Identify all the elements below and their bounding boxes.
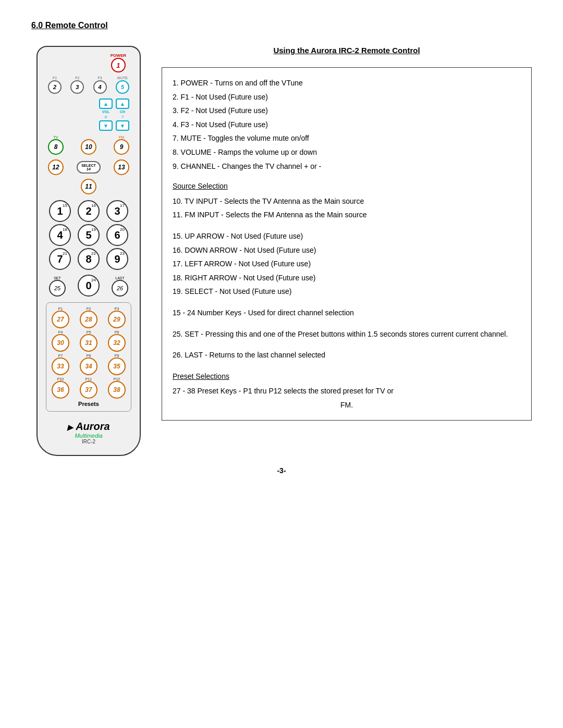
num2-button[interactable]: 216 — [78, 200, 100, 222]
instr-3: 3. F2 - Not Used (Future use) — [173, 104, 521, 118]
select-button[interactable]: SELECT 14 — [77, 161, 101, 174]
vol-up-button[interactable]: ▲ — [99, 98, 113, 109]
ch-down-button[interactable]: ▼ — [116, 120, 129, 131]
f3-button[interactable]: 4 — [93, 80, 107, 94]
mute-button[interactable]: 5 — [116, 80, 129, 94]
f3-label: F3 — [98, 76, 102, 80]
aurora-logo: ▶ Aurora Multimedia IRC-2 — [67, 421, 109, 445]
instr-4: 4. F3 - Not Used (Future use) — [173, 118, 521, 132]
p6-button[interactable]: 32 — [108, 334, 126, 352]
preset-text-2: FM. — [173, 398, 521, 412]
num9-button[interactable]: 923 — [106, 248, 128, 270]
num6-button[interactable]: 620 — [106, 224, 128, 246]
ch-label: CH — [120, 110, 125, 114]
logo-aurora: Aurora — [76, 421, 110, 432]
p3-button[interactable]: 29 — [108, 311, 126, 328]
tv-button[interactable]: 8 — [48, 139, 64, 155]
power-button[interactable]: 1 — [111, 58, 126, 72]
fm-button[interactable]: 9 — [114, 139, 129, 155]
num1-button[interactable]: 115 — [49, 200, 71, 222]
instr-11: 11. FM INPUT - Selects the FM Antenna as… — [173, 208, 521, 222]
p10-button[interactable]: 36 — [52, 381, 69, 399]
num7-button[interactable]: 721 — [49, 248, 71, 270]
instr-17: 17. LEFT ARROW - Not Used (Future use) — [173, 257, 521, 271]
instr-10: 10. TV INPUT - Selects the TV Antenna as… — [173, 194, 521, 208]
instr-9: 9. CHANNEL - Changes the TV channel + or… — [173, 159, 521, 174]
logo-multimedia: Multimedia — [67, 433, 109, 439]
n11-button[interactable]: 11 — [81, 179, 96, 194]
info-box: 1. POWER - Turns on and off the VTune 2.… — [162, 67, 532, 421]
f1-label: F1 — [53, 76, 57, 80]
set-button[interactable]: 25 — [49, 280, 66, 297]
remote-container: POWER 1 F1 2 F2 3 F3 4 — [31, 46, 146, 456]
instr-2: 2. F1 - Not Used (Future use) — [173, 90, 521, 104]
numkeys-text: 15 - 24 Number Keys - Used for direct ch… — [173, 306, 521, 320]
p4-button[interactable]: 30 — [52, 334, 69, 352]
f1-button[interactable]: 2 — [48, 80, 62, 94]
vol-label: VOL — [102, 110, 109, 114]
p8-button[interactable]: 34 — [80, 357, 97, 375]
n13-button[interactable]: 13 — [114, 159, 129, 175]
model-name: IRC-2 — [67, 439, 109, 445]
remote-title: Using the Aurora IRC-2 Remote Control — [162, 46, 532, 55]
f2-label: F2 — [75, 76, 79, 80]
ch-up-button[interactable]: ▲ — [116, 98, 129, 109]
n12-button[interactable]: 12 — [48, 159, 64, 175]
n10-spacer — [88, 135, 89, 139]
instr-16: 16. DOWN ARROW - Not Used (Future use) — [173, 243, 521, 257]
num5-button[interactable]: 519 — [78, 224, 100, 246]
source-selection-title: Source Selection — [173, 179, 521, 193]
instr-18: 18. RIGHT ARROW - Not Used (Future use) — [173, 271, 521, 285]
remote-control: POWER 1 F1 2 F2 3 F3 4 — [36, 46, 141, 456]
vol-down-button[interactable]: ▼ — [99, 120, 113, 131]
p11-button[interactable]: 37 — [80, 381, 97, 399]
zero-button[interactable]: 024 — [78, 275, 100, 297]
num4-button[interactable]: 418 — [49, 224, 71, 246]
right-content: Using the Aurora IRC-2 Remote Control 1.… — [162, 46, 532, 421]
p5-button[interactable]: 31 — [80, 334, 97, 352]
p12-button[interactable]: 38 — [108, 381, 126, 399]
page-number: -3- — [31, 466, 532, 475]
instr-8: 8. VOLUME - Ramps the volume up or down — [173, 145, 521, 159]
instr-1: 1. POWER - Turns on and off the VTune — [173, 76, 521, 90]
p7-button[interactable]: 33 — [52, 357, 69, 375]
num8-button[interactable]: 822 — [78, 248, 100, 270]
n10-button[interactable]: 10 — [81, 139, 96, 155]
instr-7: 7. MUTE - Toggles the volume mute on/off — [173, 131, 521, 145]
num3-button[interactable]: 317 — [106, 200, 128, 222]
last-label: LAST — [115, 276, 125, 280]
section-title: 6.0 Remote Control — [31, 21, 532, 30]
presets-box: P1 27 P2 28 P3 29 — [46, 302, 131, 412]
last-text: 26. LAST - Returns to the last channel s… — [173, 348, 521, 362]
fm-label: FM — [119, 135, 124, 139]
f2-button[interactable]: 3 — [70, 80, 84, 94]
instr-19: 19. SELECT - Not Used (Future use) — [173, 285, 521, 299]
p9-button[interactable]: 35 — [108, 357, 126, 375]
set-text: 25. SET - Pressing this and one of the P… — [173, 327, 521, 341]
mute-label: MUTE — [117, 76, 128, 80]
power-label: POWER — [111, 53, 126, 58]
p1-button[interactable]: 27 — [52, 311, 69, 328]
last-button[interactable]: 26 — [112, 280, 128, 297]
tv-label: TV — [54, 135, 58, 139]
preset-text: 27 - 38 Preset Keys - P1 thru P12 select… — [173, 384, 521, 398]
presets-title: Presets — [52, 401, 126, 407]
p2-button[interactable]: 28 — [80, 311, 97, 328]
set-label: SET — [54, 276, 61, 280]
vol-num: 6 — [105, 115, 107, 119]
instr-15: 15. UP ARROW - Not Used (Future use) — [173, 229, 521, 243]
preset-title: Preset Selections — [173, 369, 521, 384]
ch-num: 7 — [121, 115, 124, 119]
